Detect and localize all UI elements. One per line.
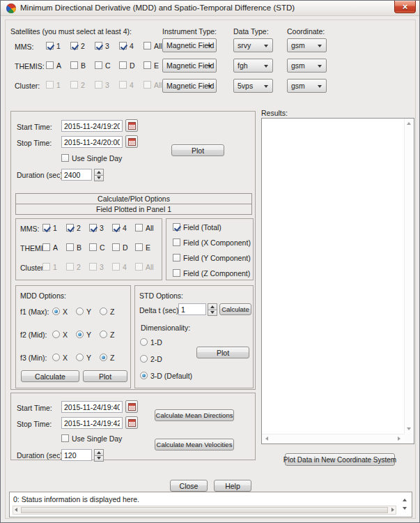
delta-t-spinner[interactable] — [208, 303, 217, 316]
checkbox-box — [89, 243, 97, 251]
panel1-mms-4-checkbox[interactable]: 4 — [112, 223, 127, 232]
top-themis-d-checkbox[interactable]: D — [119, 61, 135, 70]
radio-label: Y — [86, 308, 91, 316]
panel1-mms-all-checkbox[interactable]: All — [135, 223, 154, 232]
spinner-down-button[interactable] — [94, 175, 104, 182]
field-x-checkbox[interactable]: Field (X Component) — [173, 238, 251, 247]
mean-start-calendar-button[interactable] — [125, 400, 138, 413]
results-listbox[interactable] — [261, 118, 414, 444]
checkbox-label: C — [100, 243, 105, 252]
radio-dot — [76, 308, 84, 315]
mdd-f1-z-radio[interactable]: Z — [100, 307, 114, 316]
instrument-type-combo-1[interactable]: Magnetic Field — [162, 38, 217, 52]
std-calculate-button[interactable]: Calculate — [219, 303, 251, 315]
panel1-themis-b-checkbox[interactable]: B — [66, 243, 81, 252]
data-type-combo-2[interactable]: fgh — [233, 59, 273, 73]
top-mms-all-checkbox[interactable]: All — [143, 41, 162, 50]
mean-start-time-input[interactable] — [61, 401, 123, 413]
mean-duration-spinner[interactable] — [94, 449, 104, 462]
panel1-mms-1-checkbox[interactable]: 1 — [42, 223, 57, 232]
plot-button[interactable]: Plot — [171, 144, 224, 156]
top-themis-b-checkbox[interactable]: B — [70, 61, 86, 70]
start-time-input[interactable] — [61, 120, 123, 132]
panel1-themis-a-checkbox[interactable]: A — [42, 243, 58, 252]
panel1-mms-3-checkbox[interactable]: 3 — [89, 223, 104, 232]
mdd-f1-y-radio[interactable]: Y — [76, 307, 91, 316]
dim-3d-radio[interactable]: 3-D (Default) — [140, 371, 192, 380]
field-plotted-panel1-bar[interactable]: Field Plotted in Panel 1 — [15, 204, 252, 215]
calculate-mean-velocities-button[interactable]: Calculate Mean Velocities — [155, 439, 234, 450]
panel1-themis-c-checkbox[interactable]: C — [89, 243, 105, 252]
results-label: Results: — [261, 109, 288, 118]
field-y-checkbox[interactable]: Field (Y Component) — [173, 253, 251, 262]
panel1-themis-d-checkbox[interactable]: D — [112, 243, 128, 252]
status-vertical-scrollbar[interactable] — [400, 497, 409, 512]
checkbox-label: 3 — [105, 81, 109, 89]
close-button[interactable]: Close — [170, 480, 208, 492]
dim-2d-radio[interactable]: 2-D — [140, 354, 162, 363]
instrument-type-combo-2[interactable]: Magnetic Field — [162, 59, 217, 73]
field-z-checkbox[interactable]: Field (Z Component) — [173, 268, 250, 278]
close-window-button[interactable]: × — [394, 1, 416, 13]
std-plot-button[interactable]: Plot — [196, 347, 249, 358]
panel1-cluster-3-checkbox: 3 — [89, 262, 104, 271]
calculate-mean-directions-button[interactable]: Calculate Mean Directions — [155, 409, 234, 421]
top-mms-2-checkbox[interactable]: 2 — [70, 41, 85, 50]
plot-new-coordinate-button[interactable]: Plot Data in New Coordinate System — [285, 453, 395, 466]
mean-duration-label: Duration (sec): — [17, 451, 65, 460]
status-horizontal-scrollbar[interactable] — [13, 506, 396, 515]
mdd-f3-x-radio[interactable]: X — [52, 353, 68, 362]
data-type-combo-3[interactable]: 5vps — [233, 79, 273, 93]
results-horizontal-scrollbar[interactable] — [262, 434, 404, 444]
top-mms-3-checkbox[interactable]: 3 — [95, 41, 109, 50]
data-type-combo-1[interactable]: srvy — [233, 38, 273, 52]
radio-label: Y — [86, 354, 91, 362]
chevron-down-icon — [208, 65, 212, 68]
stop-time-calendar-button[interactable] — [125, 135, 138, 148]
mean-duration-input[interactable] — [61, 449, 92, 461]
mdd-f2-z-radio[interactable]: Z — [100, 330, 114, 339]
panel1-themis-e-checkbox[interactable]: E — [135, 243, 150, 252]
coordinate-combo-1[interactable]: gsm — [287, 38, 327, 52]
mean-stop-time-input[interactable] — [61, 417, 123, 429]
spinner-down-button[interactable] — [208, 310, 217, 317]
mdd-plot-button[interactable]: Plot — [83, 370, 127, 382]
mdd-f2-x-radio[interactable]: X — [52, 330, 68, 339]
duration-spinner[interactable] — [94, 169, 104, 181]
spinner-down-button[interactable] — [94, 455, 104, 462]
top-mms-1-checkbox[interactable]: 1 — [46, 41, 61, 50]
scroll-left-icon — [15, 508, 17, 512]
use-single-day-checkbox[interactable]: Use Single Day — [61, 153, 122, 162]
mdd-f3-z-radio[interactable]: Z — [100, 353, 114, 362]
start-time-label: Start Time: — [17, 123, 52, 132]
coordinate-combo-2[interactable]: gsm — [287, 59, 327, 73]
std-options-box: STD Options: Delta t (sec): Calculate Di… — [134, 285, 254, 388]
top-themis-c-checkbox[interactable]: C — [95, 61, 111, 70]
duration-input[interactable] — [61, 169, 92, 181]
panel1-mms-2-checkbox[interactable]: 2 — [66, 223, 81, 232]
checkbox-box — [42, 224, 50, 232]
stop-time-input[interactable] — [61, 136, 123, 148]
mean-stop-calendar-button[interactable] — [125, 416, 138, 429]
mdd-f1-x-radio[interactable]: X — [52, 307, 68, 316]
top-themis-e-checkbox[interactable]: E — [143, 61, 159, 70]
radio-dot — [100, 331, 107, 338]
mean-use-single-day-checkbox[interactable]: Use Single Day — [61, 434, 122, 443]
mdd-f3-y-radio[interactable]: Y — [76, 353, 91, 362]
instrument-type-combo-3[interactable]: Magnetic Field — [162, 79, 217, 93]
calculate-plot-options-bar[interactable]: Calculate/Plot Options — [15, 193, 252, 204]
mdd-f2-y-radio[interactable]: Y — [76, 330, 91, 339]
delta-t-input[interactable] — [178, 303, 206, 315]
dim-1d-radio[interactable]: 1-D — [140, 338, 162, 347]
start-time-calendar-button[interactable] — [125, 119, 138, 132]
coordinate-combo-3[interactable]: gsm — [287, 79, 327, 93]
top-mms-4-checkbox[interactable]: 4 — [119, 41, 134, 50]
checkbox-label: 1 — [56, 81, 61, 89]
mdd-calculate-button[interactable]: Calculate — [21, 370, 79, 382]
results-vertical-scrollbar[interactable] — [404, 119, 414, 434]
scrollbar-thumb[interactable] — [21, 507, 388, 513]
checkbox-label: D — [123, 243, 128, 252]
help-button[interactable]: Help — [214, 480, 251, 492]
top-themis-a-checkbox[interactable]: A — [46, 61, 61, 70]
field-total-checkbox[interactable]: Field (Total) — [173, 222, 221, 232]
